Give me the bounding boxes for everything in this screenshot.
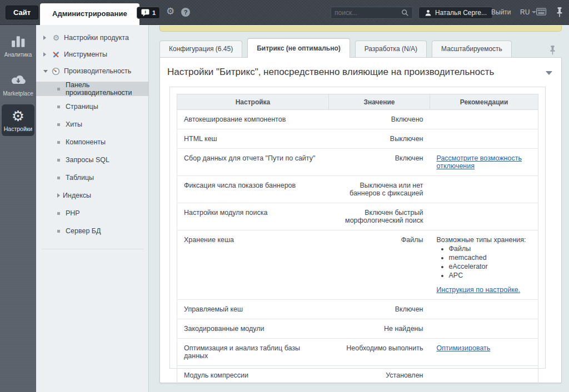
recommendation-list-item: memcached — [449, 254, 532, 262]
rail-item-settings[interactable]: ⚙ Настройки — [2, 104, 34, 136]
sidebar-items-container: ⚙Настройки продуктаИнструментыПроизводит… — [36, 29, 148, 240]
setting-value: Выключена или нет баннеров с фиксацией — [329, 176, 430, 203]
square-bullet-icon — [57, 159, 60, 162]
sidebar-item[interactable]: Хиты — [36, 115, 148, 133]
sidebar-item[interactable]: Производительность — [36, 63, 148, 79]
gear-icon[interactable]: ⚙ — [166, 6, 174, 17]
collapse-arrow-icon[interactable] — [546, 71, 552, 75]
setting-name: HTML кеш — [177, 129, 329, 149]
table-row: Настройки модуля поискаВключен быстрый м… — [177, 203, 538, 230]
help-icon[interactable]: ? — [181, 8, 190, 17]
sidebar-item[interactable]: Инструменты — [36, 46, 148, 63]
keyboard-icon[interactable] — [536, 8, 546, 16]
rail-item-marketplace[interactable]: Marketplace — [0, 74, 36, 97]
notifications-button[interactable]: i 1 — [137, 7, 160, 19]
language-selector[interactable]: RU — [520, 8, 536, 16]
settings-table-container: НастройкаЗначениеРекомендации Автокеширо… — [169, 87, 546, 369]
setting-name: Настройки модуля поиска — [177, 203, 329, 230]
chevron-right-icon[interactable] — [57, 193, 60, 198]
chevron-right-icon[interactable] — [43, 36, 46, 40]
recommendation-list: ФайлыmemcachedeAcceleratorAPC — [437, 245, 532, 279]
sidebar-item[interactable]: ⚙Настройки продукта — [36, 29, 148, 46]
language-label: RU — [520, 8, 530, 16]
gear-icon: ⚙ — [2, 109, 34, 123]
setting-value: Включено — [329, 110, 430, 129]
square-bullet-icon — [57, 212, 60, 215]
setting-recommendation: Возможные типы хранения:ФайлыmemcachedeA… — [430, 230, 538, 300]
setting-recommendation — [430, 129, 538, 149]
pin-icon[interactable] — [550, 46, 556, 55]
admin-tab[interactable]: Администрирование — [40, 3, 139, 25]
tab-inactive[interactable]: Конфигурация (6.45) — [159, 41, 242, 57]
table-column-header: Значение — [329, 94, 430, 110]
table-row: Автокеширование компонентовВключено — [177, 110, 538, 129]
left-rail: Аналитика Marketplace ⚙ Настройки — [0, 25, 36, 392]
setting-value: Включен — [329, 149, 430, 176]
site-tab[interactable]: Сайт — [6, 6, 38, 19]
setting-recommendation — [430, 366, 538, 385]
user-menu-button[interactable]: Наталья Серге... — [418, 7, 493, 19]
tools-icon — [52, 51, 61, 59]
setting-value: Включен быстрый морфологический поиск — [329, 203, 430, 230]
notification-count: 1 — [152, 9, 156, 16]
square-bullet-icon — [57, 105, 60, 108]
recommendation-link[interactable]: Рассмотрите возможность отключения — [437, 154, 522, 170]
recommendation-link[interactable]: Инструкция по настройке. — [437, 286, 521, 294]
square-bullet-icon — [57, 88, 60, 91]
logout-link[interactable]: Выйти — [491, 8, 511, 16]
main-content: Конфигурация (6.45)Битрикс (не оптимальн… — [149, 25, 569, 392]
square-bullet-icon — [57, 123, 60, 126]
page-title: Настройки "Битрикс", непосредственно вли… — [167, 67, 494, 78]
chevron-right-icon[interactable] — [43, 52, 46, 57]
setting-recommendation — [430, 319, 538, 339]
sidebar-item[interactable]: Запросы SQL — [36, 151, 148, 169]
sidebar-item[interactable]: Индексы — [36, 187, 148, 204]
sidebar-item-label: PHP — [66, 209, 80, 217]
search-input[interactable] — [335, 9, 401, 17]
sidebar-item[interactable]: Таблицы — [36, 169, 148, 187]
table-row: HTML кешВыключен — [177, 129, 538, 149]
product-gear-icon: ⚙ — [52, 34, 61, 42]
content-tabs: Конфигурация (6.45)Битрикс (не оптимальн… — [159, 38, 517, 57]
sidebar-item-label: Панель производительности — [66, 81, 148, 97]
setting-value: Не найдены — [329, 319, 430, 339]
sidebar-item[interactable]: Компоненты — [36, 133, 148, 151]
settings-panel: Настройки "Битрикс", непосредственно вли… — [159, 57, 562, 383]
tab-inactive[interactable]: Масштабируемость — [432, 41, 512, 57]
panel-header: Настройки "Битрикс", непосредственно вли… — [160, 58, 561, 84]
tab-active[interactable]: Битрикс (не оптимально) — [247, 38, 350, 58]
setting-recommendation: Оптимизировать — [430, 339, 538, 366]
sidebar-item[interactable]: PHP — [36, 204, 148, 222]
square-bullet-icon — [57, 141, 60, 144]
table-row: Фиксация числа показов баннеровВыключена… — [177, 176, 538, 203]
rail-item-analytics[interactable]: Аналитика — [0, 35, 36, 58]
square-bullet-icon — [57, 177, 60, 179]
table-header-row: НастройкаЗначениеРекомендации — [177, 94, 538, 110]
recommendation-list-item: eAccelerator — [449, 263, 532, 270]
table-row: Хранение кешаФайлыВозможные типы хранени… — [177, 230, 538, 300]
setting-value: Необходимо выполнить — [329, 339, 430, 366]
setting-value: Установлен — [329, 366, 430, 385]
sidebar-item[interactable]: Страницы — [36, 98, 148, 115]
cloud-download-icon — [10, 74, 27, 86]
tab-inactive[interactable]: Разработка (N/A) — [355, 41, 427, 57]
rail-item-label: Аналитика — [0, 52, 36, 58]
chevron-down-icon[interactable] — [43, 70, 48, 73]
sidebar-item-label: Производительность — [64, 67, 131, 75]
table-row: Управляемый кешВключен — [177, 300, 538, 319]
recommendation-text: Возможные типы хранения: — [437, 236, 532, 244]
sidebar-item-label: Сервер БД — [66, 227, 101, 235]
svg-text:i: i — [144, 9, 146, 14]
search-icon[interactable] — [401, 9, 409, 17]
gauge-icon — [52, 67, 61, 76]
setting-name: Модуль компрессии — [177, 366, 329, 385]
notification-strip — [159, 26, 562, 32]
setting-name: Хранение кеша — [177, 230, 329, 300]
recommendation-list-item: APC — [449, 272, 532, 279]
pin-icon[interactable] — [556, 7, 563, 17]
sidebar-item[interactable]: Сервер БД — [36, 222, 148, 240]
table-row: Закодированные модулиНе найдены — [177, 319, 538, 339]
rail-item-label: Marketplace — [0, 91, 36, 97]
sidebar-item[interactable]: Панель производительности — [36, 82, 148, 96]
recommendation-link[interactable]: Оптимизировать — [437, 344, 491, 352]
